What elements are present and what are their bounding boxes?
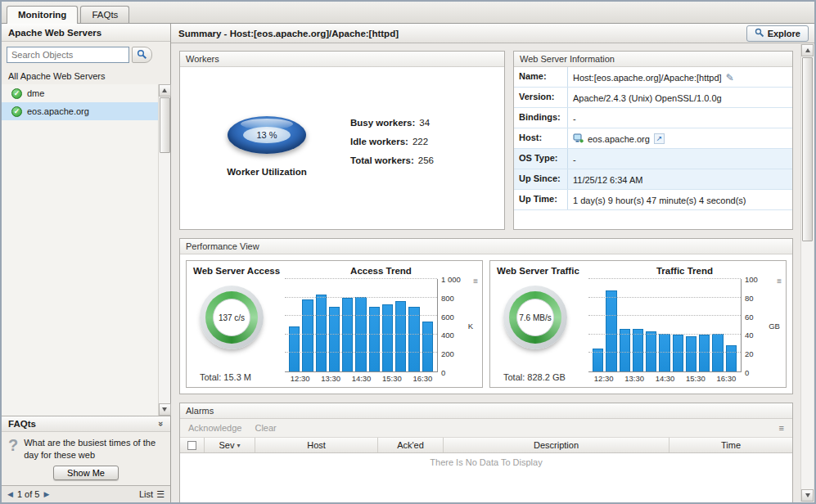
- scroll-down-button[interactable]: [159, 403, 171, 416]
- stat-value: 222: [413, 137, 428, 146]
- scroll-up-button[interactable]: [801, 44, 814, 56]
- question-mark-icon: ?: [8, 437, 18, 461]
- server-list-item-selected[interactable]: ✓ eos.apache.org: [2, 102, 158, 120]
- column-header-time[interactable]: Time: [669, 438, 792, 452]
- chart-bars: [285, 279, 437, 371]
- access-card-header: Web Server Access Access Trend: [193, 266, 477, 276]
- x-tick-label: 15:30: [680, 374, 710, 383]
- tab-bar: Monitoring FAQts: [2, 2, 814, 24]
- info-label: Host:: [514, 128, 568, 148]
- web-server-info-panel: Web Server Information Name: Host:[eos.a…: [513, 51, 793, 230]
- server-name: eos.apache.org: [27, 106, 89, 116]
- server-list-item[interactable]: ✓ dme: [2, 84, 158, 102]
- chart-menu-icon[interactable]: ≡: [473, 277, 478, 286]
- access-trend-chart: 02004006008001 000 K 12:3013:3014:3015:3…: [285, 279, 477, 383]
- performance-body: Web Server Access Access Trend ≡ 137 c/s: [180, 254, 792, 394]
- chart-xaxis: 12:3013:3014:3015:3016:30: [285, 374, 438, 383]
- main-area: Summary - Host:[eos.apache.org]/Apache:[…: [171, 24, 814, 502]
- acknowledge-button[interactable]: Acknowledge: [188, 423, 241, 433]
- page-title: Summary - Host:[eos.apache.org]/Apache:[…: [178, 29, 399, 38]
- no-data-message: There Is No Data To Display: [180, 453, 792, 467]
- column-header-host[interactable]: Host: [255, 438, 378, 452]
- search-icon: [137, 49, 147, 61]
- main-header: Summary - Host:[eos.apache.org]/Apache:[…: [171, 24, 814, 43]
- host-icon: [573, 133, 584, 145]
- x-tick-label: 14:30: [650, 374, 680, 383]
- chart-plot: [285, 279, 438, 372]
- pager: ◀ 1 of 5 ▶: [7, 489, 49, 499]
- tab-faqts[interactable]: FAQts: [80, 6, 129, 23]
- select-all-checkbox[interactable]: [187, 441, 196, 450]
- bar: [422, 322, 433, 371]
- traffic-ring-gauge: 7.6 MB/s: [503, 286, 567, 349]
- x-tick-label: 14:30: [346, 374, 376, 383]
- triangle-down-icon: [162, 407, 167, 412]
- info-value: Host:[eos.apache.org]/Apache:[httpd] ✎: [568, 67, 792, 87]
- utilization-label: Worker Utilization: [221, 167, 313, 177]
- web-server-traffic-card: Web Server Traffic Traffic Trend ≡ 7.6 M…: [489, 260, 787, 388]
- bar: [699, 335, 710, 371]
- info-row-os-type: OS Type: -: [514, 149, 792, 169]
- column-label: Ack'ed: [397, 440, 424, 450]
- bar: [606, 290, 616, 371]
- idle-workers-stat: Idle workers:222: [350, 137, 434, 146]
- pager-next-icon[interactable]: ▶: [43, 490, 49, 498]
- worker-stats: Busy workers:34 Idle workers:222 Total w…: [350, 118, 434, 229]
- traffic-gauge-column: 7.6 MB/s Total: 828.2 GB: [497, 279, 588, 383]
- list-view-toggle[interactable]: List ☰: [139, 489, 165, 500]
- info-table: Name: Host:[eos.apache.org]/Apache:[http…: [514, 67, 792, 229]
- bar: [620, 329, 630, 371]
- list-icon: ☰: [156, 489, 165, 500]
- chart-yaxis: 020406080100: [742, 279, 768, 372]
- access-ring-gauge: 137 c/s: [200, 286, 264, 349]
- column-header-description[interactable]: Description: [444, 438, 669, 452]
- info-label: Version:: [514, 88, 568, 107]
- traffic-gauge-value: 7.6 MB/s: [516, 299, 554, 336]
- tab-monitoring[interactable]: Monitoring: [7, 6, 78, 24]
- scrollbar-thumb[interactable]: [802, 57, 813, 241]
- chart-yaxis: 02004006008001 000: [438, 279, 464, 372]
- stat-label: Busy workers:: [350, 118, 415, 128]
- sidebar-title: Apache Web Servers: [2, 24, 170, 42]
- gridline: [588, 334, 741, 335]
- access-total: Total: 15.3 M: [200, 372, 251, 383]
- scroll-down-button[interactable]: [801, 489, 814, 502]
- collapse-chevron-icon[interactable]: »: [156, 421, 166, 426]
- gridline: [285, 278, 437, 279]
- info-value-text: Apache/2.4.3 (Unix) OpenSSL/1.0.0g: [573, 93, 722, 103]
- sev-filter-dropdown-icon[interactable]: ▾: [237, 442, 240, 449]
- select-all-column-header[interactable]: [180, 438, 205, 452]
- access-gauge-title: Web Server Access: [193, 266, 285, 276]
- info-value: Apache/2.4.3 (Unix) OpenSSL/1.0.0g: [568, 88, 792, 107]
- y-tick-label: 400: [441, 331, 454, 340]
- scrollbar-thumb[interactable]: [160, 97, 170, 153]
- column-label: Host: [307, 440, 326, 450]
- scroll-up-button[interactable]: [159, 84, 171, 97]
- y-tick-label: 0: [441, 368, 445, 377]
- host-link[interactable]: eos.apache.org: [588, 134, 650, 144]
- info-label: Name:: [514, 67, 568, 87]
- clear-button[interactable]: Clear: [255, 423, 276, 433]
- web-server-access-card: Web Server Access Access Trend ≡ 137 c/s: [186, 260, 483, 388]
- search-input[interactable]: [7, 47, 129, 63]
- drilldown-arrow-icon[interactable]: ↗: [654, 133, 665, 144]
- search-button[interactable]: [132, 47, 152, 63]
- gridline: [588, 278, 741, 279]
- performance-view-panel: Performance View Web Server Access Acces…: [179, 238, 793, 394]
- chart-menu-icon[interactable]: ≡: [777, 277, 782, 286]
- alarms-panel: Alarms Acknowledge Clear ≡ Sev ▾: [179, 403, 793, 502]
- explore-button[interactable]: Explore: [746, 25, 809, 42]
- x-tick-label: 12:30: [285, 374, 315, 383]
- gridline: [588, 297, 741, 298]
- gridline: [285, 334, 437, 335]
- show-me-button[interactable]: Show Me: [53, 466, 119, 480]
- info-row-host: Host: eos.apache: [514, 128, 792, 149]
- column-header-sev[interactable]: Sev ▾: [205, 438, 255, 452]
- pager-prev-icon[interactable]: ◀: [7, 490, 13, 498]
- info-label: OS Type:: [514, 149, 568, 169]
- table-customizer-icon[interactable]: ≡: [779, 423, 784, 433]
- list-view-label: List: [139, 489, 153, 499]
- edit-icon[interactable]: ✎: [726, 73, 734, 83]
- column-header-acked[interactable]: Ack'ed: [378, 438, 444, 452]
- y-tick-label: 100: [745, 275, 758, 284]
